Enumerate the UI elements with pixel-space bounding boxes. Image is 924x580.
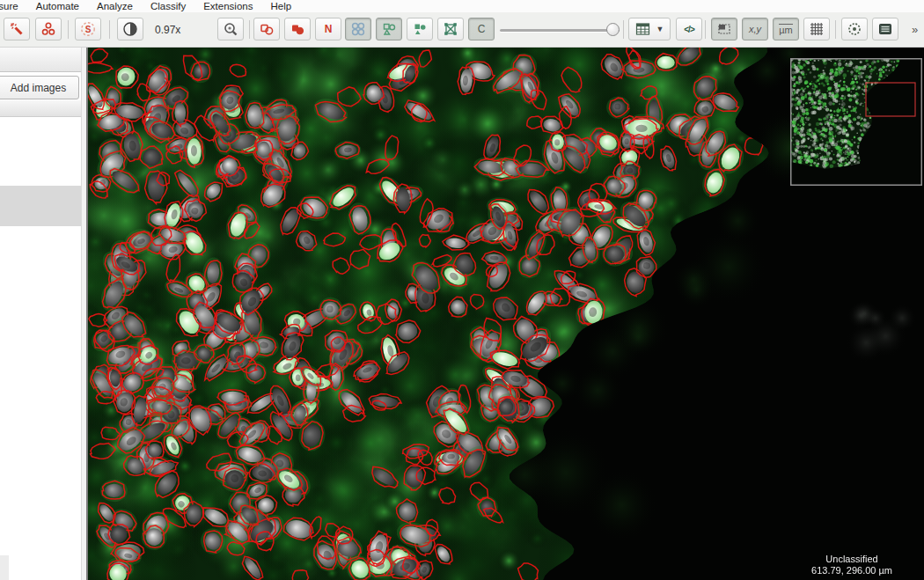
menu-classify[interactable]: Classify: [142, 0, 194, 12]
magnification-label: 0.97x: [155, 24, 180, 36]
counting-points-icon: [40, 21, 56, 37]
contrast-icon: [122, 21, 138, 37]
toolbar-separator: [835, 20, 836, 39]
log-icon: [877, 21, 893, 37]
menu-extensions[interactable]: Extensions: [194, 0, 261, 12]
names-icon: N: [325, 23, 333, 35]
toolbar-separator: [705, 20, 706, 39]
cursor-location: 613.79, 296.00 µm: [811, 565, 892, 576]
brightness-contrast-button[interactable]: [117, 18, 143, 40]
wand-tool-button[interactable]: [4, 18, 30, 40]
fill-annotations-button[interactable]: [284, 18, 311, 40]
cursor-info: Unclassified 613.79, 296.00 µm: [811, 554, 892, 576]
toolbar: S 0.97x N: [0, 12, 924, 48]
show-connections-button[interactable]: [437, 18, 464, 40]
tma-grid-icon: [350, 21, 366, 37]
selected-image-row[interactable]: [0, 186, 81, 226]
detections-outline-icon: [381, 21, 397, 37]
overview-icon: [716, 21, 732, 37]
menu-analyze[interactable]: Analyze: [88, 0, 142, 12]
points-tool-button[interactable]: [35, 18, 62, 40]
sidebar-scrollbar[interactable]: [81, 48, 86, 580]
menu-measure[interactable]: Measure: [0, 0, 27, 12]
opacity-slider-track[interactable]: [500, 29, 620, 32]
location-icon: x,y: [749, 24, 761, 34]
show-scalebar-button[interactable]: µm: [773, 18, 799, 40]
add-images-label: Add images: [11, 82, 66, 94]
toolbar-overflow-button[interactable]: »: [912, 23, 918, 36]
toolbar-separator: [109, 20, 110, 39]
connections-icon: [443, 21, 458, 37]
measurement-table-button[interactable]: ▼: [628, 18, 671, 40]
toolbar-separator: [623, 20, 624, 39]
log-viewer-button[interactable]: [872, 18, 898, 40]
gear-icon: [847, 21, 862, 37]
menu-automate[interactable]: Automate: [27, 0, 88, 12]
selection-mode-button[interactable]: S: [75, 18, 101, 40]
opacity-slider[interactable]: [500, 23, 620, 37]
table-icon: [635, 22, 650, 36]
toolbar-separator: [249, 20, 250, 39]
show-tma-grid-button[interactable]: [345, 18, 371, 40]
menu-help[interactable]: Help: [261, 0, 300, 12]
detections-filled-icon: [412, 21, 428, 37]
script-editor-button[interactable]: </>: [676, 18, 702, 40]
cursor-classification: Unclassified: [825, 554, 877, 564]
script-icon: </>: [684, 25, 693, 34]
menu-bar: Measure Automate Analyze Classify Extens…: [0, 0, 924, 12]
show-location-button[interactable]: x,y: [742, 18, 768, 40]
project-panel: Add images: [0, 48, 88, 580]
svg-text:S: S: [85, 25, 92, 34]
classification-toggle-button[interactable]: C: [468, 18, 495, 40]
opacity-slider-knob[interactable]: [606, 23, 620, 36]
show-grid-button[interactable]: [803, 18, 830, 40]
grid-icon: [809, 21, 825, 37]
fill-detections-button[interactable]: [407, 18, 433, 40]
show-detections-button[interactable]: [376, 18, 402, 40]
show-overview-button[interactable]: [711, 18, 737, 40]
zoom-to-fit-button[interactable]: [217, 18, 244, 40]
scalebar-icon: µm: [779, 24, 793, 34]
menu-row: Measure Automate Analyze Classify Extens…: [0, 0, 300, 12]
annotations-filled-icon: [290, 21, 305, 37]
add-images-button[interactable]: Add images: [0, 76, 79, 99]
panel-tab-header[interactable]: [0, 48, 81, 72]
annotations-outline-icon: [259, 21, 275, 37]
magnifier-icon: [223, 21, 238, 37]
chevron-down-icon: ▼: [656, 25, 664, 33]
image-list-header: [0, 100, 81, 117]
wand-icon: [9, 21, 25, 37]
toolbar-separator: [68, 20, 69, 39]
selection-mode-icon: S: [79, 20, 97, 38]
preferences-button[interactable]: [841, 18, 868, 40]
slide-viewer: Unclassified 613.79, 296.00 µm: [88, 48, 924, 580]
panel-corner: [0, 555, 9, 580]
show-names-button[interactable]: N: [315, 18, 341, 40]
show-annotations-button[interactable]: [253, 18, 280, 40]
overview-map[interactable]: [790, 58, 922, 186]
classification-icon: C: [478, 23, 486, 35]
